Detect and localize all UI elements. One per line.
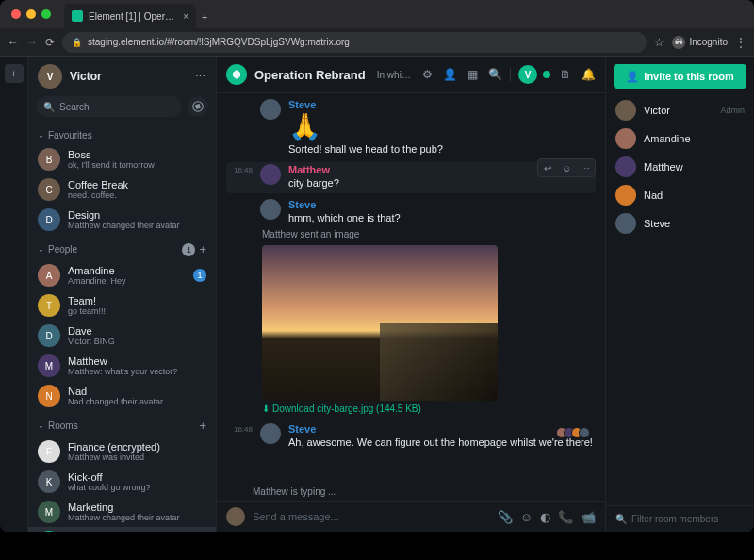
sender-avatar[interactable] [260, 199, 281, 220]
room-tile[interactable]: C Coffee Break need. coffee. [28, 174, 216, 205]
room-tile[interactable]: O Operation Rebrand Steve: Ah, awesome. … [28, 527, 216, 532]
people-header[interactable]: ⌄ People 1 + [28, 235, 216, 260]
favourites-header[interactable]: ⌄ Favourites [28, 123, 216, 144]
sender-avatar[interactable] [260, 164, 281, 185]
read-receipts[interactable] [560, 427, 590, 438]
maximize-window-button[interactable] [41, 9, 51, 19]
room-topic: In which we rebrand Riot to Element [377, 70, 412, 80]
files-icon[interactable]: 🗎 [558, 67, 573, 82]
member-avatar [615, 213, 636, 234]
room-tile[interactable]: D Dave Victor: BING [28, 321, 216, 351]
room-tile[interactable]: B Boss ok, I'll send it tomorrow [28, 144, 216, 174]
member-name: Matthew [644, 161, 737, 173]
member-avatar [615, 156, 636, 177]
svg-marker-1 [196, 105, 201, 109]
composer-input[interactable]: Send a message... [253, 511, 490, 522]
room-avatar: B [38, 148, 60, 171]
room-tile[interactable]: M Marketing Matthew changed their avatar [28, 497, 216, 527]
window-traffic-lights[interactable] [11, 9, 51, 19]
sender-name: Steve [288, 99, 596, 110]
more-icon[interactable]: ⋯ [576, 159, 595, 176]
rooms-header[interactable]: ⌄ Rooms + [28, 411, 216, 436]
presence-indicator [543, 71, 550, 78]
room-tile[interactable]: N Nad Nad changed their avatar [28, 381, 216, 411]
filter-members-input[interactable]: 🔍 Filter room members [606, 505, 754, 532]
user-menu-button[interactable]: ⋯ [195, 71, 206, 83]
member-tile[interactable]: Amandine [606, 124, 754, 153]
emoji-icon[interactable]: ☺ [520, 510, 533, 524]
room-tile[interactable]: F Finance (encrypted) Matthew was invite… [28, 436, 216, 467]
bookmark-button[interactable]: ☆ [654, 36, 664, 49]
member-name: Steve [644, 218, 737, 229]
sticker-icon[interactable]: ◐ [540, 510, 550, 524]
room-preview: go team!!! [68, 306, 206, 316]
member-tile[interactable]: Nad [606, 181, 754, 209]
room-preview: ok, I'll send it tomorrow [68, 160, 206, 170]
room-avatar: O [38, 531, 60, 532]
room-preview: Nad changed their avatar [68, 397, 206, 406]
add-room-button[interactable]: + [199, 419, 206, 433]
room-header-avatar[interactable] [226, 64, 247, 85]
member-tile[interactable]: Matthew [606, 153, 754, 181]
chevron-down-icon: ⌄ [38, 131, 44, 140]
notifications-icon[interactable]: 🔔 [581, 67, 596, 82]
browser-tab[interactable]: Element [1] | Operation Rebr... × [64, 4, 196, 28]
close-window-button[interactable] [11, 9, 21, 19]
explore-button[interactable] [188, 96, 208, 117]
message-timeline[interactable]: Steve 🙏 Sorted! shall we head to the pub… [217, 93, 605, 485]
room-preview: Matthew changed their avatar [68, 221, 206, 230]
room-name: Finance (encrypted) [68, 441, 206, 453]
room-name: Coffee Break [68, 179, 206, 190]
reply-icon[interactable]: ↩ [538, 159, 557, 176]
address-bar[interactable]: 🔒 staging.element.io/#/room/!lSjMRGQVDSp… [62, 32, 647, 53]
room-avatar: D [38, 324, 60, 347]
new-tab-button[interactable]: + [202, 11, 207, 23]
sender-avatar[interactable] [260, 99, 281, 120]
browser-toolbar: ← → ⟳ 🔒 staging.element.io/#/room/!lSjMR… [0, 28, 754, 57]
close-tab-icon[interactable]: × [183, 11, 188, 22]
room-name: Nad [68, 386, 206, 397]
members-icon[interactable]: 👤 [442, 67, 457, 82]
url-text: staging.element.io/#/room/!lSjMRGQVDSpLj… [88, 37, 350, 47]
back-button[interactable]: ← [8, 36, 19, 49]
reload-button[interactable]: ⟳ [45, 36, 55, 49]
voice-call-icon[interactable]: 📞 [558, 510, 573, 524]
react-icon[interactable]: ☺ [557, 159, 576, 176]
people-badge: 1 [182, 243, 195, 256]
room-tile[interactable]: K Kick-off what could go wrong? [28, 467, 216, 497]
room-tile[interactable]: A Amandine Amandine: Hey 1 [28, 260, 216, 290]
invite-button[interactable]: 👤 Invite to this room [614, 64, 746, 89]
room-avatar: N [38, 385, 60, 407]
room-tile[interactable]: T Team! go team!!! [28, 290, 216, 321]
add-people-button[interactable]: + [199, 242, 206, 256]
room-header: Operation Rebrand In which we rebrand Ri… [217, 57, 605, 93]
settings-icon[interactable]: ⚙ [419, 67, 434, 82]
room-preview: what could go wrong? [68, 483, 206, 492]
composer-avatar [226, 507, 245, 526]
search-room-icon[interactable]: 🔍 [487, 67, 502, 82]
member-tile[interactable]: Steve [606, 209, 754, 238]
header-user-avatar[interactable]: V [518, 65, 537, 84]
message-text: Sorted! shall we head to the pub? [288, 142, 596, 156]
create-space-button[interactable]: + [5, 64, 24, 83]
attach-icon[interactable]: 📎 [498, 510, 513, 524]
member-tile[interactable]: Victor Admin [606, 96, 754, 124]
sender-avatar[interactable] [260, 423, 281, 444]
current-user-avatar[interactable]: V [38, 64, 62, 89]
room-tile[interactable]: D Design Matthew changed their avatar [28, 205, 216, 235]
forward-button[interactable]: → [26, 36, 38, 49]
room-avatar: D [38, 208, 60, 231]
room-tile[interactable]: M Matthew Matthew: what's your vector? [28, 351, 216, 381]
room-preview: Matthew was invited [68, 453, 206, 462]
search-input[interactable]: 🔍 Search [36, 96, 182, 117]
browser-menu-button[interactable]: ⋮ [735, 36, 746, 49]
member-avatar [615, 185, 636, 206]
member-avatar [615, 100, 636, 121]
video-call-icon[interactable]: 📹 [581, 510, 596, 524]
download-link[interactable]: ⬇ Download city-barge.jpg (144.5 KB) [262, 404, 596, 414]
apps-icon[interactable]: ▦ [465, 67, 480, 82]
tab-favicon [72, 10, 83, 22]
message-image[interactable] [262, 245, 498, 401]
incognito-indicator[interactable]: 🕶 Incognito [672, 36, 728, 49]
minimize-window-button[interactable] [26, 9, 36, 19]
